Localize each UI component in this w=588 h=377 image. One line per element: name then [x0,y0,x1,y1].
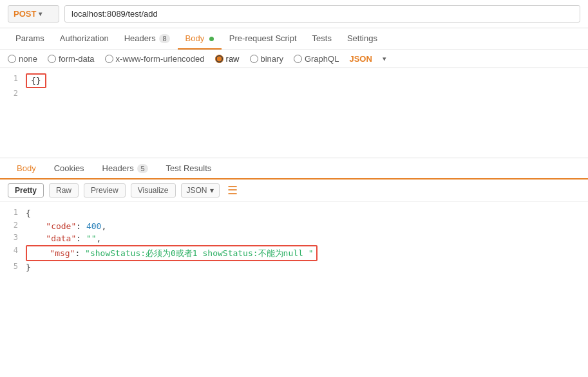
json-format-label: JSON [349,54,372,64]
preview-button[interactable]: Preview [84,183,126,198]
url-bar: POST ▾ [0,0,588,28]
json-format-dropdown-icon[interactable]: ▾ [383,55,386,63]
body-dot-icon [209,37,214,41]
resp-line-3: 3 "data": "", [0,232,588,245]
method-chevron-icon: ▾ [39,10,42,17]
tab-tests[interactable]: Tests [305,28,339,50]
request-tabs: Params Authorization Headers 8 Body Pre-… [0,28,588,50]
tab-settings[interactable]: Settings [339,28,385,50]
response-tabs: Body Cookies Headers 5 Test Results [0,158,588,179]
resp-line-2: 2 "code": 400, [0,220,588,233]
resp-line-1: 1 { [0,207,588,220]
radio-raw[interactable]: raw [215,54,240,64]
resp-line-5: 5 } [0,261,588,274]
response-section: Body Cookies Headers 5 Test Results Pret… [0,158,588,279]
response-format-dropdown[interactable]: JSON ▾ [181,183,220,198]
response-highlighted-line: "msg": "showStatus:必须为0或者1 showStatus:不能… [26,245,318,262]
response-format-label: JSON [187,186,207,195]
tab-authorization[interactable]: Authorization [52,28,117,50]
visualize-button[interactable]: Visualize [131,183,176,198]
radio-binary[interactable]: binary [250,54,283,64]
response-toolbar: Pretty Raw Preview Visualize JSON ▾ ☰ [0,179,588,202]
radio-formdata[interactable]: form-data [48,54,95,64]
resp-tab-headers[interactable]: Headers 5 [93,158,157,179]
radio-none[interactable]: none [8,54,37,64]
radio-graphql[interactable]: GraphQL [294,54,339,64]
resp-tab-testresults[interactable]: Test Results [157,158,221,179]
resp-headers-badge: 5 [137,164,147,173]
editor-line-2: 2 [0,88,588,98]
line-num-2: 2 [0,88,26,98]
raw-button[interactable]: Raw [49,183,79,198]
body-type-row: none form-data x-www-form-urlencoded raw… [0,50,588,68]
url-input[interactable] [64,5,580,23]
request-editor[interactable]: 1 {} 2 [0,68,588,158]
tab-body[interactable]: Body [178,28,222,50]
tab-prerequest[interactable]: Pre-request Script [222,28,305,50]
radio-urlencoded[interactable]: x-www-form-urlencoded [105,54,205,64]
response-format-chevron-icon: ▾ [210,186,214,195]
tab-headers[interactable]: Headers 8 [117,28,178,50]
editor-line-1: 1 {} [0,73,588,88]
resp-line-4: 4 "msg": "showStatus:必须为0或者1 showStatus:… [0,245,588,262]
line-num-1: 1 [0,73,26,83]
resp-tab-body[interactable]: Body [8,158,45,179]
headers-badge: 8 [159,34,169,43]
resp-tab-cookies[interactable]: Cookies [45,158,93,179]
wrap-lines-icon[interactable]: ☰ [227,183,238,198]
method-label: POST [14,9,36,19]
tab-params[interactable]: Params [8,28,52,50]
response-code-area: 1 { 2 "code": 400, 3 "data": "", 4 "msg"… [0,202,588,279]
pretty-button[interactable]: Pretty [8,183,44,198]
method-select[interactable]: POST ▾ [8,5,59,23]
editor-code-highlighted: {} [26,73,46,88]
